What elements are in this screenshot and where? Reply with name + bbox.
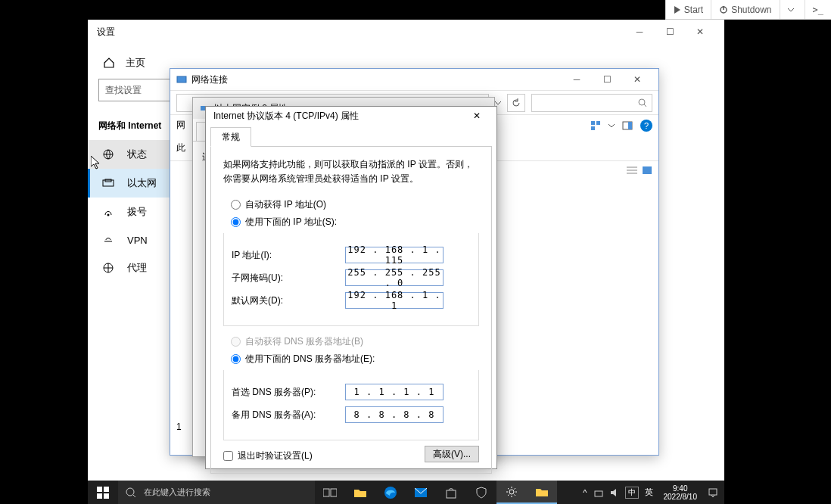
chevron-down-icon[interactable] xyxy=(608,123,615,129)
svg-rect-26 xyxy=(323,489,329,496)
vm-start-button[interactable]: Start xyxy=(665,0,711,19)
netconn-search-input[interactable] xyxy=(531,94,652,112)
volume-tray-icon[interactable] xyxy=(610,487,619,498)
subnet-mask-input[interactable]: 255 . 255 . 255 . 0 xyxy=(345,269,444,286)
ethernet-icon xyxy=(101,177,115,189)
folder-icon xyxy=(353,487,367,498)
validate-checkbox-input[interactable] xyxy=(223,451,233,461)
svg-rect-12 xyxy=(591,126,595,130)
svg-rect-10 xyxy=(591,121,595,125)
gateway-input[interactable]: 192 . 168 . 1 . 1 xyxy=(345,292,444,309)
ime-language-button[interactable]: 中 xyxy=(625,487,639,499)
ipv4-title: Internet 协议版本 4 (TCP/IPv4) 属性 xyxy=(213,110,465,123)
auto-ip-label: 自动获得 IP 地址(O) xyxy=(245,198,326,211)
tray-time: 9:40 xyxy=(664,484,698,493)
svg-rect-3 xyxy=(103,180,114,186)
manual-ip-label: 使用下面的 IP 地址(S): xyxy=(245,216,337,229)
netconn-maximize-button[interactable]: ☐ xyxy=(592,67,622,92)
notifications-tray-icon[interactable] xyxy=(708,487,718,498)
netconn-icon xyxy=(176,74,187,85)
netconn-menu-item[interactable]: 网 xyxy=(176,119,185,132)
settings-search-placeholder: 查找设置 xyxy=(105,84,142,97)
ipv4-body: 如果网络支持此功能，则可以获取自动指派的 IP 设置。否则，你需要从网络系统管理… xyxy=(210,146,492,474)
tray-clock[interactable]: 9:40 2022/8/10 xyxy=(659,484,702,501)
svg-rect-22 xyxy=(97,493,102,499)
svg-rect-23 xyxy=(104,493,109,499)
search-icon xyxy=(126,487,136,498)
ipv4-titlebar: Internet 协议版本 4 (TCP/IPv4) 属性 ✕ xyxy=(206,107,496,125)
ipv4-tab-general[interactable]: 常规 xyxy=(210,127,251,147)
taskbar: 在此键入进行搜索 xyxy=(88,481,724,504)
windows-icon xyxy=(97,487,109,499)
svg-point-31 xyxy=(509,490,514,494)
refresh-icon xyxy=(512,98,521,107)
netconn-minimize-button[interactable]: ─ xyxy=(562,67,592,92)
auto-dns-label: 自动获得 DNS 服务器地址(B) xyxy=(245,335,363,348)
svg-rect-21 xyxy=(104,487,109,492)
vpn-icon xyxy=(101,234,115,246)
ime-mode-button[interactable]: 英 xyxy=(645,487,653,498)
preview-pane-icon[interactable] xyxy=(622,120,633,131)
svg-point-8 xyxy=(639,99,645,105)
svg-rect-11 xyxy=(596,121,600,125)
vm-shutdown-dropdown[interactable] xyxy=(780,0,805,19)
taskbar-search-placeholder: 在此键入进行搜索 xyxy=(144,487,210,498)
taskbar-settings-button[interactable] xyxy=(496,481,527,504)
sidebar-item-label: VPN xyxy=(127,235,148,246)
ipv4-close-button[interactable]: ✕ xyxy=(465,107,489,125)
auto-dns-radio-input xyxy=(231,337,241,347)
auto-ip-radio-input[interactable] xyxy=(231,200,241,210)
svg-rect-32 xyxy=(595,491,602,496)
netconn-close-button[interactable]: ✕ xyxy=(622,67,652,92)
ipv4-manual-ip-radio[interactable]: 使用下面的 IP 地址(S): xyxy=(231,216,479,229)
netconn-refresh-button[interactable] xyxy=(507,94,525,112)
dns1-input[interactable]: 1 . 1 . 1 . 1 xyxy=(345,384,444,400)
help-button[interactable]: ? xyxy=(640,120,652,132)
taskbar-apps xyxy=(315,481,557,504)
settings-minimize-button[interactable]: ─ xyxy=(624,20,655,44)
svg-point-24 xyxy=(126,488,134,496)
subnet-mask-label: 子网掩码(U): xyxy=(232,272,345,285)
manual-dns-radio-input[interactable] xyxy=(231,354,241,364)
large-icons-view-icon[interactable] xyxy=(642,166,652,175)
vm-shutdown-button[interactable]: Shutdown xyxy=(711,0,779,19)
manual-dns-label: 使用下面的 DNS 服务器地址(E): xyxy=(245,353,375,366)
tray-date: 2022/8/10 xyxy=(664,493,698,501)
svg-rect-20 xyxy=(97,487,102,492)
task-view-button[interactable] xyxy=(315,481,345,504)
taskbar-mail-button[interactable] xyxy=(406,481,436,504)
tray-chevron-button[interactable]: ^ xyxy=(583,488,587,497)
svg-rect-30 xyxy=(447,490,456,498)
taskbar-search-input[interactable]: 在此键入进行搜索 xyxy=(118,481,315,504)
taskbar-edge-button[interactable] xyxy=(375,481,406,504)
dns2-input[interactable]: 8 . 8 . 8 . 8 xyxy=(345,406,444,423)
taskbar-netconn-button[interactable] xyxy=(527,481,557,504)
vm-shutdown-label: Shutdown xyxy=(731,5,771,15)
sidebar-item-label: 以太网 xyxy=(127,176,157,190)
view-icon[interactable] xyxy=(590,120,601,131)
settings-close-button[interactable]: ✕ xyxy=(685,20,715,44)
netconn-content-text: 此 xyxy=(176,142,185,153)
vm-start-label: Start xyxy=(684,5,703,15)
dns2-label: 备用 DNS 服务器(A): xyxy=(232,409,345,422)
manual-ip-radio-input[interactable] xyxy=(231,217,241,227)
ip-address-input[interactable]: 192 . 168 . 1 . 115 xyxy=(345,247,444,263)
taskbar-store-button[interactable] xyxy=(436,481,466,504)
sidebar-item-label: 代理 xyxy=(127,261,147,275)
advanced-button[interactable]: 高级(V)... xyxy=(425,446,479,462)
taskbar-explorer-button[interactable] xyxy=(345,481,375,504)
dns-field-group: 首选 DNS 服务器(P): 1 . 1 . 1 . 1 备用 DNS 服务器(… xyxy=(223,370,479,440)
settings-maximize-button[interactable]: ☐ xyxy=(655,20,685,44)
taskbar-security-button[interactable] xyxy=(466,481,496,504)
chevron-down-icon[interactable] xyxy=(495,100,501,106)
details-view-icon[interactable] xyxy=(627,166,637,175)
ipv4-manual-dns-radio[interactable]: 使用下面的 DNS 服务器地址(E): xyxy=(231,353,479,366)
desktop: 设置 ─ ☐ ✕ 主页 查找设置 网络和 Internet xyxy=(88,20,724,504)
network-tray-icon[interactable] xyxy=(593,487,604,498)
netconn-titlebar: 网络连接 ─ ☐ ✕ xyxy=(170,69,658,90)
start-button[interactable] xyxy=(88,481,118,504)
vm-terminal-button[interactable]: >_ xyxy=(805,0,831,19)
netconn-status-text: 1 xyxy=(176,422,182,432)
ipv4-auto-ip-radio[interactable]: 自动获得 IP 地址(O) xyxy=(231,198,479,211)
svg-rect-27 xyxy=(331,489,337,496)
